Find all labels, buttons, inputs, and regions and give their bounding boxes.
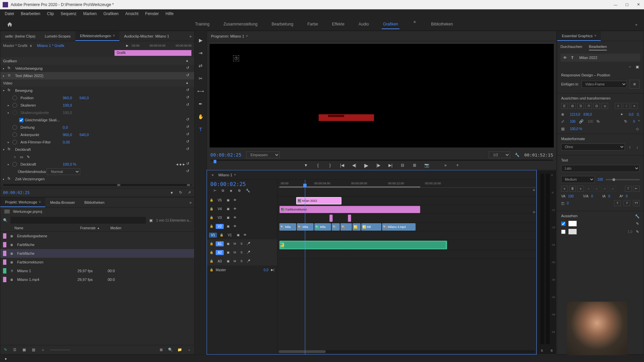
track-header-v5[interactable]: 🔒 V5 ▣ 👁 bbox=[207, 196, 277, 204]
align-bottom-icon[interactable]: ⊔ bbox=[601, 103, 608, 109]
loop-icon[interactable]: ↻ bbox=[178, 190, 183, 195]
stopwatch-text-icon[interactable]: ⊙ bbox=[8, 73, 12, 78]
type-tool[interactable]: T bbox=[197, 125, 205, 133]
step-forward-button[interactable]: |▶ bbox=[375, 162, 381, 168]
fx-timeremap-icon[interactable]: fx bbox=[8, 177, 12, 181]
twirl-opacity-prop[interactable]: ▸ bbox=[8, 163, 12, 166]
list-view-icon[interactable]: ☰ bbox=[12, 348, 17, 352]
new-bin-icon[interactable]: 📁 bbox=[177, 348, 182, 352]
toggle-a2-icon[interactable]: ▣ bbox=[226, 250, 230, 255]
col-name[interactable]: Name bbox=[3, 226, 80, 230]
track-v1[interactable]: fxMila fxMila fxMila fx fx fx fxMil fxMi… bbox=[277, 223, 536, 231]
twirl-text[interactable]: ▸ bbox=[3, 74, 8, 77]
reset-scale-icon[interactable]: ↺ bbox=[186, 103, 192, 108]
stopwatch-anchor[interactable] bbox=[12, 132, 17, 137]
program-tc-left[interactable]: 00:00:02:25 bbox=[210, 152, 241, 158]
clip-v1-8[interactable]: fxMilano 4.mp4 bbox=[382, 223, 416, 231]
clip-v1-5[interactable]: fx bbox=[340, 223, 352, 231]
track-a2[interactable]: fx bbox=[277, 240, 536, 250]
scrub-handle[interactable] bbox=[214, 160, 216, 163]
master-style-dropdown[interactable]: Ohne bbox=[561, 143, 625, 150]
effect-timecode[interactable]: 00:00:02:25 bbox=[3, 190, 30, 195]
fill-checkbox[interactable] bbox=[561, 222, 566, 226]
lock-v3-icon[interactable]: 🔒 bbox=[209, 215, 214, 220]
track-a3[interactable] bbox=[277, 250, 536, 259]
toggle-a1-icon[interactable]: ▣ bbox=[226, 241, 230, 246]
pin-to-dropdown[interactable]: Video-Frame bbox=[582, 81, 627, 88]
stroke-width[interactable]: 1,0 bbox=[628, 230, 632, 234]
align-top-icon[interactable]: ⊓ bbox=[585, 103, 592, 109]
clip-milan-2022[interactable]: fx Milan 2022 bbox=[296, 197, 341, 204]
dist-h-icon[interactable]: ⫴ bbox=[615, 103, 622, 109]
snap-icon[interactable]: ⊢ bbox=[214, 189, 218, 193]
overflow-icon[interactable]: » bbox=[629, 22, 644, 26]
step-back-button[interactable]: ◀| bbox=[351, 162, 357, 168]
antiflicker-value[interactable]: 0,00 bbox=[63, 140, 79, 144]
track-v2[interactable] bbox=[277, 214, 536, 223]
stopwatch-scale[interactable] bbox=[12, 103, 17, 108]
tab-media-browser[interactable]: Media-Browser bbox=[45, 197, 79, 207]
eg-scale[interactable]: 100 bbox=[570, 120, 576, 123]
go-to-out-button[interactable]: ▶| bbox=[387, 162, 393, 168]
project-item-3[interactable]: ▦ Farbkorrekturen bbox=[0, 258, 194, 266]
eye-v5-icon[interactable]: 👁 bbox=[232, 198, 237, 202]
menu-hilfe[interactable]: Hilfe bbox=[162, 10, 177, 17]
solo-a2[interactable]: S bbox=[239, 250, 244, 255]
position-x[interactable]: 960,0 bbox=[63, 96, 79, 100]
workspace-effects[interactable]: Effekte bbox=[331, 20, 346, 29]
icon-view-icon[interactable]: ▦ bbox=[22, 348, 26, 352]
track-v3[interactable]: fx Farbkorrekturen bbox=[277, 205, 536, 214]
resolution-dropdown[interactable]: 1/2 bbox=[489, 152, 510, 158]
leading-value[interactable]: 0 bbox=[608, 194, 610, 198]
eye-v2-icon[interactable]: 👁 bbox=[232, 224, 237, 229]
auto-sequence-icon[interactable]: ⊞ bbox=[159, 348, 163, 352]
faux-bold-icon[interactable]: T bbox=[614, 200, 621, 206]
tab-essential-graphics[interactable]: Essential Graphics ≡ bbox=[557, 31, 601, 41]
effect-timeremap[interactable]: Zeit-Verzerrungen bbox=[14, 177, 57, 181]
uniform-scale-checkbox[interactable] bbox=[19, 118, 23, 122]
track-header-v3[interactable]: 🔒 V3 ▣ 👁 bbox=[207, 213, 277, 222]
pen-tool[interactable]: ✒ bbox=[197, 100, 205, 108]
tab-project[interactable]: Projekt: Werkzeuge ≡ bbox=[0, 197, 45, 207]
new-layer-icon[interactable]: ▫ bbox=[628, 64, 632, 69]
tab-audio-mixer[interactable]: Audioclip-Mischer: Milano 1 bbox=[119, 31, 174, 41]
menu-sequenz[interactable]: Sequenz bbox=[57, 10, 80, 17]
master-clip-label[interactable]: Master * Grafik bbox=[3, 44, 28, 48]
timeline-settings-icon[interactable]: ⚙ bbox=[238, 189, 243, 193]
fill-eyedropper-icon[interactable]: ✎ bbox=[635, 221, 640, 226]
track-v5[interactable] bbox=[277, 188, 536, 196]
toggle-v4-icon[interactable]: ▣ bbox=[226, 206, 230, 211]
play-button[interactable]: ▶ bbox=[363, 162, 369, 168]
timeline-menu-icon[interactable]: ≡ bbox=[234, 173, 236, 176]
maximize-button[interactable]: ▢ bbox=[624, 2, 630, 8]
fx-bewegung-icon[interactable]: fx bbox=[8, 88, 12, 93]
add-button-icon[interactable]: + bbox=[454, 162, 461, 168]
layer-visibility-icon[interactable]: 👁 bbox=[563, 56, 568, 60]
font-dropdown[interactable]: Lato bbox=[561, 165, 640, 172]
toggle-v5-icon[interactable]: ▣ bbox=[226, 198, 230, 202]
twirl-bewegung[interactable]: ▾ bbox=[3, 89, 8, 92]
master-next-icon[interactable]: ▶| bbox=[270, 267, 275, 272]
mute-a3[interactable]: M bbox=[232, 259, 237, 263]
button-editor-icon[interactable]: » bbox=[442, 162, 448, 168]
track-header-a1[interactable]: 🔒 A1 ▣ M S 🎤 bbox=[207, 239, 277, 248]
stroke-eyedropper-icon[interactable]: ✎ bbox=[635, 229, 640, 234]
twirl-opacity[interactable]: ▾ bbox=[3, 148, 8, 151]
stopwatch-antiflicker[interactable] bbox=[12, 140, 17, 144]
razor-tool[interactable]: ✂ bbox=[197, 74, 205, 82]
mark-in-button[interactable]: { bbox=[315, 162, 321, 168]
reset-uniform-icon[interactable]: ↺ bbox=[186, 117, 192, 123]
project-tab-menu-icon[interactable]: ≡ bbox=[39, 200, 41, 203]
solo-left[interactable]: S bbox=[541, 349, 543, 352]
pull-style-icon[interactable]: ↓ bbox=[635, 145, 640, 149]
solo-right[interactable]: S bbox=[550, 349, 552, 352]
effect-bewegung[interactable]: Bewegung bbox=[14, 88, 57, 93]
program-scrubber[interactable] bbox=[210, 160, 553, 161]
project-item-1[interactable]: ▦ Farbfläche bbox=[0, 240, 194, 249]
eg-anchor-x[interactable]: 0,0 bbox=[629, 113, 634, 116]
mute-a1[interactable]: M bbox=[232, 241, 237, 246]
reset-blendmode-icon[interactable]: ↺ bbox=[186, 169, 192, 174]
lock-v2-icon[interactable]: 🔒 bbox=[209, 224, 214, 229]
slip-tool[interactable]: ⟷ bbox=[197, 87, 205, 95]
reset-rotation-icon[interactable]: ↺ bbox=[186, 125, 192, 130]
